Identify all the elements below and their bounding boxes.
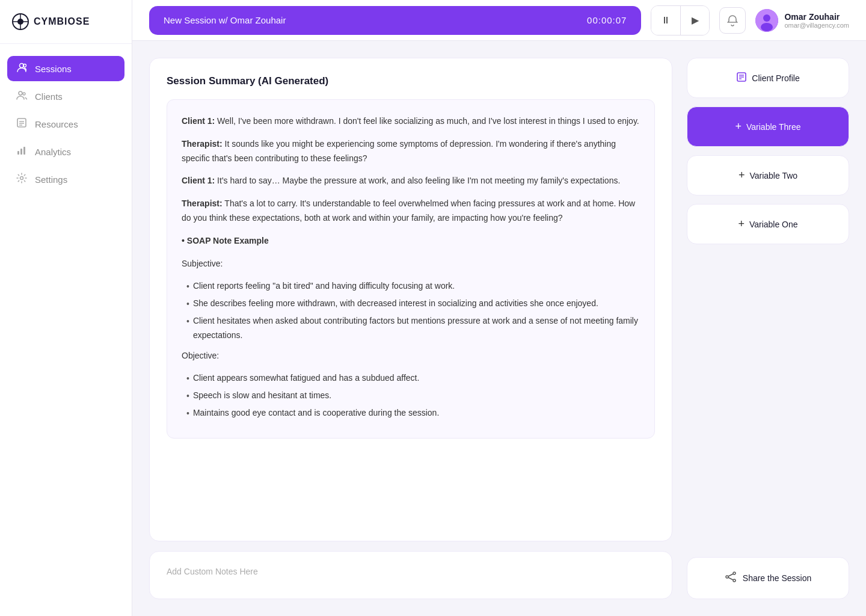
share-session-card[interactable]: Share the Session [687, 557, 849, 599]
variable-two-card[interactable]: + Variable Two [687, 155, 849, 196]
variable-three-label: Variable Three [746, 122, 801, 132]
summary-title: Session Summary (AI Generated) [167, 75, 655, 87]
variable-two-label: Variable Two [749, 171, 797, 180]
variable-three-card[interactable]: + Variable Three [687, 106, 849, 147]
sidebar-item-sessions[interactable]: Sessions [7, 56, 124, 81]
resources-icon [16, 117, 28, 131]
settings-icon [16, 173, 28, 186]
svg-rect-8 [17, 119, 26, 127]
logo-icon [12, 13, 29, 30]
sidebar-item-settings[interactable]: Settings [7, 167, 124, 192]
share-session-label: Share the Session [743, 573, 811, 583]
avatar [755, 9, 778, 32]
playback-controls: ⏸ ▶ [651, 5, 710, 35]
user-info: Omar Zouhair omar@villagency.com [755, 9, 849, 32]
svg-point-25 [733, 579, 735, 582]
sidebar-item-resources[interactable]: Resources [7, 111, 124, 137]
svg-line-26 [728, 574, 733, 576]
sidebar-clients-label: Clients [35, 91, 63, 102]
transcript-line-3: Client 1: It's hard to say… Maybe the pr… [182, 174, 640, 188]
sidebar: CYMBIOSE Sessions [0, 0, 132, 616]
share-icon [725, 571, 737, 585]
sessions-icon [16, 62, 28, 75]
sidebar-analytics-label: Analytics [35, 147, 71, 157]
variable-two-plus-icon: + [739, 169, 745, 182]
left-panel: Session Summary (AI Generated) Client 1:… [149, 58, 672, 599]
variable-one-plus-icon: + [738, 218, 745, 230]
variable-one-label: Variable One [749, 220, 798, 229]
transcript-box: Client 1: Well, I've been more withdrawn… [167, 99, 655, 439]
session-title: New Session w/ Omar Zouhair [164, 15, 286, 25]
svg-rect-12 [17, 151, 19, 155]
sidebar-settings-label: Settings [35, 174, 67, 185]
session-bar: New Session w/ Omar Zouhair 00:00:07 [149, 6, 641, 35]
sidebar-item-clients[interactable]: Clients [7, 84, 124, 109]
objective-label: Objective: [182, 349, 640, 363]
list-item: Client appears somewhat fatigued and has… [186, 371, 640, 386]
pause-button[interactable]: ⏸ [651, 6, 680, 35]
notification-bell[interactable] [719, 7, 746, 34]
svg-rect-13 [20, 149, 22, 155]
list-item: Client hesitates when asked about contri… [186, 314, 640, 343]
sidebar-resources-label: Resources [35, 119, 78, 129]
svg-point-24 [726, 576, 728, 578]
svg-point-7 [23, 93, 25, 95]
list-item: Maintains good eye contact and is cooper… [186, 406, 640, 421]
client-profile-card[interactable]: Client Profile [687, 58, 849, 98]
variable-one-card[interactable]: + Variable One [687, 204, 849, 244]
svg-point-18 [761, 23, 773, 31]
client-profile-label: Client Profile [752, 73, 799, 83]
user-email: omar@villagency.com [784, 22, 849, 29]
transcript-line-1: Client 1: Well, I've been more withdrawn… [182, 114, 640, 129]
logo-area: CYMBIOSE [0, 0, 132, 44]
sidebar-sessions-label: Sessions [35, 64, 72, 74]
svg-point-23 [733, 572, 735, 574]
main-area: New Session w/ Omar Zouhair 00:00:07 ⏸ ▶ [132, 0, 866, 616]
right-panel: Client Profile + Variable Three + Variab… [687, 58, 849, 599]
client-profile-icon [736, 72, 747, 84]
session-timer: 00:00:07 [587, 15, 627, 25]
subjective-label: Subjective: [182, 257, 640, 271]
user-details: Omar Zouhair omar@villagency.com [784, 12, 849, 29]
list-item: Speech is slow and hesitant at times. [186, 389, 640, 404]
app-logo-text: CYMBIOSE [34, 16, 90, 27]
user-name: Omar Zouhair [784, 12, 849, 22]
list-item: She describes feeling more withdrawn, wi… [186, 297, 640, 312]
analytics-icon [16, 145, 28, 158]
custom-notes-placeholder: Add Custom Notes Here [167, 567, 258, 576]
variable-three-plus-icon: + [735, 120, 742, 133]
soap-note-section: • SOAP Note Example Subjective: Client r… [182, 234, 640, 421]
svg-line-27 [728, 578, 733, 580]
list-item: Client reports feeling "a bit tired" and… [186, 279, 640, 294]
svg-point-15 [20, 177, 23, 180]
svg-point-6 [19, 91, 22, 95]
soap-note-title: • SOAP Note Example [182, 234, 640, 248]
content-area: Session Summary (AI Generated) Client 1:… [132, 41, 866, 616]
clients-icon [16, 90, 28, 103]
custom-notes-card[interactable]: Add Custom Notes Here [149, 551, 672, 599]
objective-list: Client appears somewhat fatigued and has… [182, 371, 640, 420]
session-summary-card: Session Summary (AI Generated) Client 1:… [149, 58, 672, 541]
svg-point-17 [763, 14, 770, 22]
nav-items: Sessions Clients [0, 44, 132, 204]
transcript-line-2: Therapist: It sounds like you might be e… [182, 137, 640, 166]
sidebar-item-analytics[interactable]: Analytics [7, 139, 124, 164]
play-button[interactable]: ▶ [680, 6, 709, 35]
subjective-list: Client reports feeling "a bit tired" and… [182, 279, 640, 342]
header: New Session w/ Omar Zouhair 00:00:07 ⏸ ▶ [132, 0, 866, 41]
svg-rect-14 [23, 147, 25, 155]
transcript-line-4: Therapist: That's a lot to carry. It's u… [182, 197, 640, 226]
